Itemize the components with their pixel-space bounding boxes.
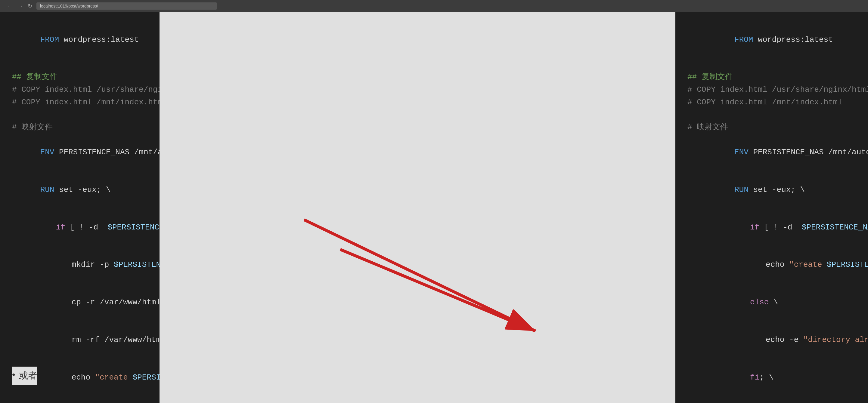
code-line-env: ENV PERSISTENCE_NAS /mnt/auto/wordpress — [12, 134, 148, 171]
code-empty-2 — [12, 108, 148, 121]
page-content: FROM wordpress:latest ## 复制文件 # COPY ind… — [0, 12, 868, 403]
r-code-comment-4: # 映射文件 — [687, 121, 856, 134]
r-code-line-echo2: echo -e "directory already exists"; \ — [687, 321, 856, 359]
r-code-line-echo3: echo "-------开始映射目录" && \ — [687, 396, 856, 403]
code-line-cp: cp -r /var/www/html $PERSISTENCE_NAS; \ — [12, 283, 148, 321]
r-code-line-run: RUN set -eux; \ — [687, 171, 856, 209]
bullet-item: • 或者 — [12, 370, 37, 382]
r-code-line-echo1: echo "create $PERSISTENCE_NAS"; \ — [687, 246, 856, 284]
r-code-comment-3: # COPY index.html /mnt/index.html — [687, 96, 856, 109]
code-line-rm: rm -rf /var/www/html; \ — [12, 321, 148, 359]
r-code-comment-1: ## 复制文件 — [687, 71, 856, 83]
r-code-line-env: ENV PERSISTENCE_NAS /mnt/auto — [687, 134, 856, 171]
code-line-mkdir: mkdir -p $PERSISTENCE_NAS; \ — [12, 246, 148, 284]
address-bar[interactable]: localhost:1019/post/wordpress/ — [36, 2, 217, 10]
code-line-1: FROM wordpress:latest — [12, 21, 148, 59]
right-panel: FROM wordpress:latest ## 复制文件 # COPY ind… — [675, 12, 868, 403]
r-code-empty-1 — [687, 59, 856, 71]
right-code-block: FROM wordpress:latest ## 复制文件 # COPY ind… — [675, 12, 868, 403]
code-line-if: if [ ! -d $PERSISTENCE_NAS ]; then \ — [12, 209, 148, 246]
r-code-comment-2: # COPY index.html /usr/share/nginx/html/… — [687, 83, 856, 96]
r-code-line-if: if [ ! -d $PERSISTENCE_NAS ]; then \ — [687, 209, 856, 246]
middle-spacer — [159, 12, 675, 403]
bottom-section: • 或者 — [12, 367, 37, 385]
r-code-line-else: else \ — [687, 283, 856, 321]
bullet-dot: • — [12, 370, 16, 380]
content-area: FROM wordpress:latest ## 复制文件 # COPY ind… — [159, 12, 868, 403]
r-code-line-fi: fi; \ — [687, 359, 856, 396]
browser-controls: ← → ↻ — [6, 1, 33, 10]
code-comment-2: # COPY index.html /usr/share/nginx/html/… — [12, 83, 148, 96]
bullet-text: 或者 — [19, 370, 37, 382]
forward-button[interactable]: → — [16, 2, 24, 10]
left-code-panel: FROM wordpress:latest ## 复制文件 # COPY ind… — [0, 12, 159, 403]
code-line-else: else \ — [12, 396, 148, 403]
code-empty-1 — [12, 59, 148, 71]
code-comment-1: ## 复制文件 — [12, 71, 148, 83]
code-comment-3: # COPY index.html /mnt/index.html — [12, 96, 148, 109]
browser-bar: ← → ↻ localhost:1019/post/wordpress/ — [0, 0, 868, 12]
r-code-empty-2 — [687, 108, 856, 121]
r-code-line-1: FROM wordpress:latest — [687, 21, 856, 59]
refresh-button[interactable]: ↻ — [27, 1, 33, 10]
code-comment-4: # 映射文件 — [12, 121, 148, 134]
back-button[interactable]: ← — [6, 2, 14, 10]
code-line-run: RUN set -eux; \ — [12, 171, 148, 209]
